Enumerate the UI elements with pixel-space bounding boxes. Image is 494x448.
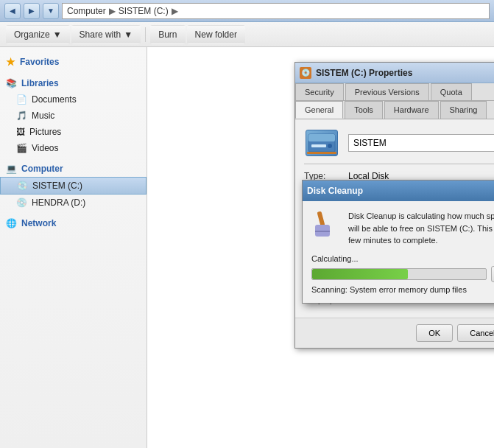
broom-icon [311, 210, 341, 239]
sidebar-item-sistem-c[interactable]: 💿 SISTEM (C:) [0, 177, 147, 195]
videos-icon: 🎬 [16, 143, 27, 153]
network-label: Network [21, 218, 56, 228]
tab-tools[interactable]: Tools [345, 101, 383, 119]
computer-icon: 💻 [6, 164, 17, 174]
documents-label: Documents [32, 94, 77, 105]
organize-button[interactable]: Organize ▼ [6, 25, 70, 44]
pictures-label: Pictures [29, 127, 61, 137]
tab-sharing[interactable]: Sharing [440, 101, 487, 119]
hendra-d-label: HENDRA (D:) [32, 197, 85, 208]
sidebar-item-hendra-d[interactable]: 💿 HENDRA (D:) [0, 195, 147, 211]
star-icon: ★ [6, 56, 15, 68]
share-with-label: Share with [80, 29, 121, 40]
divider-1 [304, 164, 494, 164]
favorites-label: Favorites [20, 57, 59, 67]
computer-header[interactable]: 💻 Computer [0, 161, 147, 177]
disk-cleanup-title: Disk Cleanup [307, 186, 494, 196]
sidebar-item-music[interactable]: 🎵 Music [0, 108, 147, 124]
sistem-c-label: SISTEM (C:) [32, 181, 82, 191]
libraries-label: Libraries [21, 78, 59, 88]
sidebar-item-videos[interactable]: 🎬 Videos [0, 140, 147, 156]
disk-cleanup-info-row: Disk Cleanup is calculating how much spa… [311, 210, 494, 247]
drive-name-input[interactable] [348, 134, 494, 152]
content-area: 💿 SISTEM (C:) Properties ✕ Security Prev… [147, 47, 494, 448]
burn-label: Burn [158, 29, 177, 40]
breadcrumb-separator: ▶ [109, 6, 116, 16]
disk-cleanup-content: Disk Cleanup is calculating how much spa… [303, 201, 494, 303]
explorer-window: ◀ ▶ ▼ Computer ▶ SISTEM (C:) ▶ Organize … [0, 0, 494, 448]
libraries-icon: 📚 [6, 78, 17, 88]
sistem-c-icon: 💿 [17, 181, 28, 191]
disk-cleanup-title-bar: Disk Cleanup ✕ [303, 181, 494, 201]
network-icon: 🌐 [6, 218, 17, 228]
drive-icon [304, 128, 339, 158]
ok-button[interactable]: OK [416, 324, 453, 342]
pictures-icon: 🖼 [16, 127, 25, 137]
network-header[interactable]: 🌐 Network [0, 215, 147, 231]
properties-title: SISTEM (C:) Properties [316, 68, 494, 78]
calculating-label: Calculating... [311, 254, 494, 263]
drive-icon-graphic [306, 130, 338, 156]
organize-arrow: ▼ [53, 29, 62, 40]
forward-button[interactable]: ▶ [24, 3, 40, 19]
back-button[interactable]: ◀ [4, 3, 21, 19]
new-folder-label: New folder [195, 29, 237, 40]
svg-rect-6 [317, 211, 325, 227]
properties-title-bar: 💿 SISTEM (C:) Properties ✕ [295, 63, 494, 83]
progress-bar-fill [312, 269, 408, 279]
tab-previous-versions[interactable]: Previous Versions [345, 83, 429, 100]
breadcrumb-separator2: ▶ [172, 6, 178, 16]
network-section: 🌐 Network [0, 215, 147, 231]
toolbar-separator [145, 27, 146, 42]
libraries-header[interactable]: 📚 Libraries [0, 75, 147, 91]
tab-hardware[interactable]: Hardware [384, 101, 439, 119]
svg-point-3 [328, 144, 332, 148]
svg-rect-8 [315, 231, 330, 232]
computer-section: 💻 Computer 💿 SISTEM (C:) 💿 HENDRA (D:) [0, 161, 147, 211]
disk-cleanup-info-text: Disk Cleanup is calculating how much spa… [348, 210, 494, 247]
favorites-section: ★ Favorites [0, 53, 147, 71]
share-with-button[interactable]: Share with ▼ [71, 25, 141, 44]
svg-rect-1 [308, 134, 335, 141]
music-label: Music [32, 111, 54, 121]
properties-buttons: OK Cancel Apply [295, 318, 494, 348]
main-layout: ★ Favorites 📚 Libraries 📄 Documents 🎵 Mu… [0, 47, 494, 448]
title-bar-left: ◀ ▶ ▼ Computer ▶ SISTEM (C:) ▶ [4, 3, 490, 19]
cancel-button[interactable]: Cancel [457, 324, 494, 342]
explorer-title-bar: ◀ ▶ ▼ Computer ▶ SISTEM (C:) ▶ [0, 0, 494, 22]
computer-label: Computer [21, 164, 63, 174]
favorites-header[interactable]: ★ Favorites [0, 53, 147, 71]
scanning-text: Scanning: System error memory dump files [311, 285, 494, 294]
hendra-d-icon: 💿 [16, 197, 27, 208]
tabs-row-1: Security Previous Versions Quota [295, 83, 494, 101]
burn-button[interactable]: Burn [150, 25, 185, 44]
up-button[interactable]: ▼ [43, 3, 59, 19]
disk-cleanup-cancel-button[interactable]: Cancel [491, 266, 494, 282]
sidebar: ★ Favorites 📚 Libraries 📄 Documents 🎵 Mu… [0, 47, 147, 448]
breadcrumb[interactable]: Computer ▶ SISTEM (C:) ▶ [62, 3, 490, 19]
new-folder-button[interactable]: New folder [187, 25, 245, 44]
share-with-arrow: ▼ [124, 29, 133, 40]
breadcrumb-computer[interactable]: Computer [67, 6, 106, 16]
properties-icon: 💿 [300, 67, 311, 79]
sidebar-item-pictures[interactable]: 🖼 Pictures [0, 124, 147, 140]
svg-rect-4 [307, 152, 336, 154]
breadcrumb-sistem[interactable]: SISTEM (C:) [119, 6, 169, 16]
toolbar: Organize ▼ Share with ▼ Burn New folder [0, 22, 494, 47]
tabs-row-2: General Tools Hardware Sharing [295, 101, 494, 119]
tab-security[interactable]: Security [295, 83, 344, 100]
organize-label: Organize [14, 29, 50, 40]
documents-icon: 📄 [16, 94, 27, 105]
progress-bar-container [311, 268, 487, 280]
svg-rect-2 [311, 144, 326, 147]
tab-quota[interactable]: Quota [431, 83, 472, 100]
videos-label: Videos [32, 143, 58, 153]
disk-cleanup-dialog: Disk Cleanup ✕ Disk Cleanup is calculati… [302, 180, 494, 304]
tab-general[interactable]: General [295, 101, 343, 119]
libraries-section: 📚 Libraries 📄 Documents 🎵 Music 🖼 Pictur… [0, 75, 147, 156]
drive-header [304, 128, 494, 158]
sidebar-item-documents[interactable]: 📄 Documents [0, 91, 147, 108]
music-icon: 🎵 [16, 111, 27, 121]
